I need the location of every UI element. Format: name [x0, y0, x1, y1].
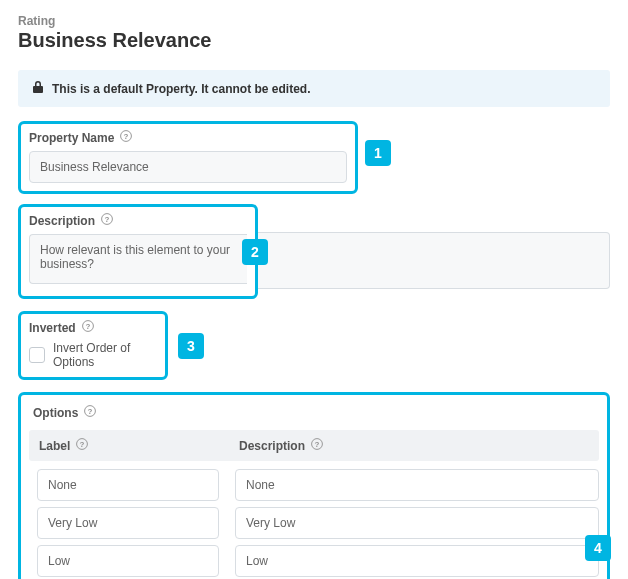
lock-icon	[32, 80, 44, 97]
option-row	[29, 545, 599, 577]
options-header-row: Label ? Description ?	[29, 430, 599, 461]
options-section: Options ? Label ? Description ?	[18, 392, 610, 579]
notice-text: This is a default Property. It cannot be…	[52, 82, 311, 96]
breadcrumb: Rating	[18, 14, 610, 28]
options-col-description-text: Description	[239, 439, 305, 453]
property-name-section: Property Name ? 1	[18, 121, 358, 194]
option-description-input[interactable]	[235, 545, 599, 577]
invert-checkbox[interactable]	[29, 347, 45, 363]
options-col-description: Description ?	[229, 430, 599, 461]
option-label-input[interactable]	[37, 469, 219, 501]
svg-text:?: ?	[85, 322, 90, 331]
options-col-label: Label ?	[29, 430, 229, 461]
property-name-label: Property Name ?	[21, 124, 355, 151]
options-col-label-text: Label	[39, 439, 70, 453]
svg-text:?: ?	[124, 132, 129, 141]
options-label-text: Options	[33, 406, 78, 420]
option-row	[29, 469, 599, 501]
description-label: Description ?	[21, 207, 255, 234]
inverted-label-text: Inverted	[29, 321, 76, 335]
page-title: Business Relevance	[18, 29, 610, 52]
marker-1: 1	[365, 140, 391, 166]
description-input[interactable]: How relevant is this element to your bus…	[29, 234, 247, 284]
option-label-input[interactable]	[37, 507, 219, 539]
option-description-input[interactable]	[235, 469, 599, 501]
options-rows	[29, 469, 599, 579]
description-extension	[258, 232, 610, 289]
description-section: Description ? How relevant is this eleme…	[18, 204, 258, 299]
description-label-text: Description	[29, 214, 95, 228]
option-label-input[interactable]	[37, 545, 219, 577]
svg-text:?: ?	[88, 407, 93, 416]
help-icon[interactable]: ?	[82, 320, 94, 335]
inverted-section: Inverted ? Invert Order of Options	[18, 311, 168, 380]
help-icon[interactable]: ?	[84, 405, 96, 420]
marker-4: 4	[585, 535, 611, 561]
property-name-label-text: Property Name	[29, 131, 114, 145]
option-row	[29, 507, 599, 539]
help-icon[interactable]: ?	[76, 438, 88, 453]
svg-text:?: ?	[80, 440, 85, 449]
marker-3: 3	[178, 333, 204, 359]
help-icon[interactable]: ?	[101, 213, 113, 228]
marker-2: 2	[242, 239, 268, 265]
help-icon[interactable]: ?	[311, 438, 323, 453]
svg-text:?: ?	[105, 215, 110, 224]
readonly-notice: This is a default Property. It cannot be…	[18, 70, 610, 107]
inverted-label: Inverted ?	[21, 314, 165, 341]
property-name-input[interactable]	[29, 151, 347, 183]
option-description-input[interactable]	[235, 507, 599, 539]
svg-text:?: ?	[315, 440, 320, 449]
invert-checkbox-label: Invert Order of Options	[53, 341, 157, 369]
options-label: Options ?	[29, 399, 599, 426]
help-icon[interactable]: ?	[120, 130, 132, 145]
